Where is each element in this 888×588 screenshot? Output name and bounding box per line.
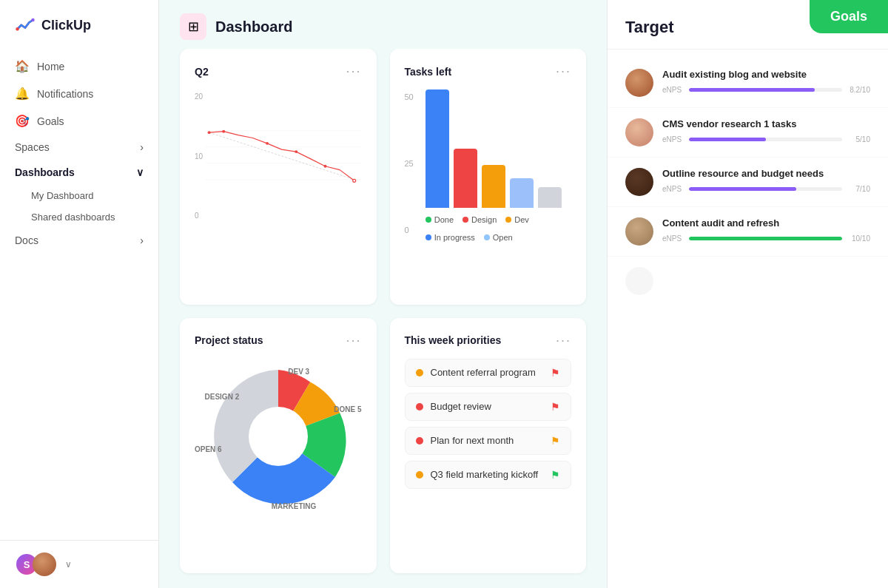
pie-label-design: DESIGN 2 — [205, 393, 240, 401]
legend-inprogress-label: In progress — [434, 233, 475, 242]
priority-item-4-left: Q3 field marketing kickoff — [416, 469, 539, 480]
target-metric-4: eNPS — [662, 234, 683, 243]
target-item-4: Content audit and refresh eNPS 10/10 — [608, 207, 888, 257]
priority-label-3: Plan for next month — [431, 435, 514, 446]
q2-card-menu[interactable]: ··· — [346, 64, 361, 79]
bell-icon: 🔔 — [15, 87, 30, 101]
target-info-1: Audit existing blog and website eNPS 8.2… — [662, 69, 870, 94]
target-score-2: 5/10 — [848, 135, 870, 143]
bar-done — [426, 89, 449, 208]
target-progress-bg-3 — [689, 187, 842, 191]
q2-y-10: 10 — [195, 152, 203, 160]
dashboard-header-icon: ⊞ — [180, 13, 206, 40]
logo-text: ClickUp — [41, 18, 91, 33]
docs-nav-left: Docs — [15, 234, 38, 246]
target-item-2: CMS vendor research 1 tasks eNPS 5/10 — [608, 108, 888, 158]
docs-arrow-icon: › — [140, 234, 144, 246]
tasks-card-menu[interactable]: ··· — [556, 64, 571, 79]
bar-group-4 — [510, 178, 534, 208]
target-list: Audit existing blog and website eNPS 8.2… — [608, 50, 888, 588]
sidebar-item-my-dashboard[interactable]: My Dashboard — [6, 186, 152, 206]
target-item-faded-1 — [608, 257, 888, 308]
page-title: Dashboard — [215, 18, 292, 36]
target-progress-bg-2 — [689, 138, 842, 141]
legend-design: Design — [462, 215, 497, 224]
sidebar-item-goals[interactable]: 🎯 Goals — [6, 108, 152, 134]
avatar-user — [33, 552, 56, 576]
tasks-y-0: 0 — [405, 226, 414, 234]
pie-chart-container: DESIGN 2 DEV 3 DONE 5 MARKETING OPEN 6 — [195, 359, 362, 514]
q2-y-0: 0 — [195, 212, 203, 220]
clickup-logo-icon — [15, 15, 36, 36]
target-score-4: 10/10 — [848, 234, 870, 243]
project-status-card: Project status ··· — [180, 318, 377, 574]
spaces-arrow-icon: › — [140, 141, 144, 153]
docs-label: Docs — [15, 234, 38, 246]
svg-point-13 — [249, 407, 308, 466]
svg-point-1 — [31, 18, 34, 21]
pie-label-open: OPEN 6 — [195, 445, 222, 453]
target-info-3: Outline resource and budget needs eNPS 7… — [662, 168, 870, 193]
sidebar-item-spaces[interactable]: Spaces › — [6, 135, 152, 159]
target-metric-3: eNPS — [662, 185, 683, 193]
pie-label-marketing: MARKETING — [272, 502, 317, 510]
svg-point-8 — [222, 130, 225, 133]
target-avatar-3 — [625, 168, 653, 196]
sidebar-item-docs[interactable]: Docs › — [6, 229, 152, 252]
legend-open-label: Open — [493, 233, 513, 242]
priorities-menu[interactable]: ··· — [556, 333, 571, 348]
tasks-card-title: Tasks left — [405, 66, 452, 78]
priorities-header: This week priorities ··· — [405, 333, 572, 348]
tasks-bars-area: Done Design Dev In progress — [426, 89, 571, 237]
home-icon: 🏠 — [15, 59, 30, 73]
legend-design-dot — [462, 217, 468, 223]
legend-done-label: Done — [434, 215, 454, 224]
goals-button[interactable]: Goals — [810, 0, 888, 33]
target-panel: Goals Target Audit existing blog and web… — [607, 0, 888, 588]
priority-item-3-left: Plan for next month — [416, 435, 514, 446]
priority-label-4: Q3 field marketing kickoff — [431, 469, 539, 480]
sidebar-item-notifications[interactable]: 🔔 Notifications — [6, 81, 152, 107]
svg-point-9 — [266, 142, 269, 145]
sidebar-item-dashboards[interactable]: Dashboards ∨ — [6, 160, 152, 184]
dashboards-arrow-icon: ∨ — [136, 166, 144, 178]
target-info-2: CMS vendor research 1 tasks eNPS 5/10 — [662, 118, 870, 143]
priority-dot-4 — [416, 471, 423, 479]
legend-dev-label: Dev — [514, 215, 529, 224]
user-chevron-icon[interactable]: ∨ — [65, 559, 72, 570]
legend-dev-dot — [505, 217, 511, 223]
priority-label-2: Budget review — [431, 401, 491, 412]
priority-item-1: Content referral program ⚑ — [405, 359, 572, 387]
svg-line-6 — [209, 132, 358, 180]
project-status-menu[interactable]: ··· — [346, 333, 361, 348]
project-status-title: Project status — [195, 334, 263, 346]
q2-card-title: Q2 — [195, 66, 209, 78]
sidebar-item-home[interactable]: 🏠 Home — [6, 53, 152, 79]
target-progress-1: eNPS 8.2/10 — [662, 86, 870, 94]
bar-design — [454, 149, 477, 208]
main-content: ⊞ Dashboard Q2 ··· 20 10 0 — [159, 0, 607, 588]
tasks-chart-content: 50 25 0 — [405, 89, 572, 237]
sidebar-item-shared-dashboards[interactable]: Shared dashboards — [6, 207, 152, 227]
tasks-y-25: 25 — [405, 159, 414, 168]
target-progress-fill-3 — [689, 187, 796, 191]
bar-dev — [482, 165, 505, 208]
legend-inprogress: In progress — [426, 233, 475, 242]
legend-open-dot — [484, 234, 490, 240]
dashboards-label: Dashboards — [15, 166, 75, 178]
target-name-3: Outline resource and budget needs — [662, 168, 870, 180]
main-header: ⊞ Dashboard — [159, 0, 607, 49]
goals-icon: 🎯 — [15, 114, 30, 128]
dashboard-grid: Q2 ··· 20 10 0 — [159, 49, 607, 588]
tasks-y-50: 50 — [405, 92, 414, 101]
pie-label-dev: DEV 3 — [288, 368, 309, 376]
target-score-1: 8.2/10 — [848, 86, 870, 94]
priority-dot-2 — [416, 403, 423, 410]
legend-done-dot — [426, 217, 431, 223]
target-progress-fill-2 — [689, 138, 766, 141]
svg-point-7 — [208, 131, 211, 134]
tasks-bars — [426, 89, 571, 208]
q2-y-20: 20 — [195, 92, 203, 101]
pie-label-done: DONE 5 — [334, 405, 361, 413]
q2-y-labels: 20 10 0 — [195, 89, 203, 223]
